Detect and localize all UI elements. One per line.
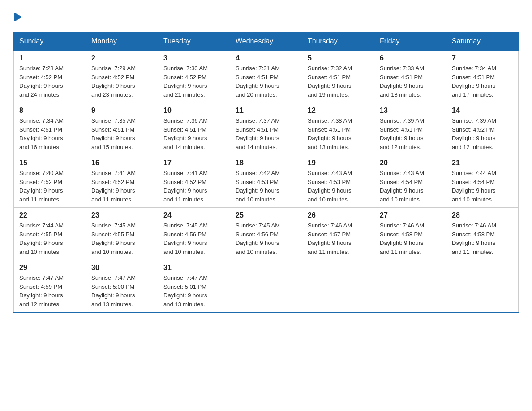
calendar-day-cell: 31Sunrise: 7:47 AMSunset: 5:01 PMDayligh… xyxy=(158,260,230,313)
day-number: 28 xyxy=(452,211,513,219)
calendar-day-cell: 4Sunrise: 7:31 AMSunset: 4:51 PMDaylight… xyxy=(230,50,302,103)
day-number: 7 xyxy=(452,54,513,62)
calendar-day-cell: 15Sunrise: 7:40 AMSunset: 4:52 PMDayligh… xyxy=(14,155,86,208)
day-info: Sunrise: 7:36 AMSunset: 4:51 PMDaylight:… xyxy=(163,116,224,151)
calendar-day-cell: 22Sunrise: 7:44 AMSunset: 4:55 PMDayligh… xyxy=(14,208,86,260)
calendar-day-cell: 9Sunrise: 7:35 AMSunset: 4:51 PMDaylight… xyxy=(86,103,158,155)
calendar-day-cell: 18Sunrise: 7:42 AMSunset: 4:53 PMDayligh… xyxy=(230,155,302,208)
day-number: 19 xyxy=(308,159,369,167)
day-number: 25 xyxy=(236,211,296,219)
logo-arrow-icon xyxy=(14,11,24,23)
day-number: 29 xyxy=(19,264,80,272)
empty-cell xyxy=(374,260,446,313)
calendar-day-cell: 20Sunrise: 7:43 AMSunset: 4:54 PMDayligh… xyxy=(374,155,446,208)
day-info: Sunrise: 7:45 AMSunset: 4:56 PMDaylight:… xyxy=(163,221,224,256)
calendar-day-cell: 2Sunrise: 7:29 AMSunset: 4:52 PMDaylight… xyxy=(86,50,158,103)
day-info: Sunrise: 7:31 AMSunset: 4:51 PMDaylight:… xyxy=(236,64,296,99)
day-info: Sunrise: 7:40 AMSunset: 4:52 PMDaylight:… xyxy=(19,169,80,204)
day-number: 5 xyxy=(308,54,369,62)
day-number: 9 xyxy=(91,107,152,115)
day-number: 8 xyxy=(19,107,80,115)
calendar-day-cell: 14Sunrise: 7:39 AMSunset: 4:52 PMDayligh… xyxy=(446,103,519,155)
day-info: Sunrise: 7:34 AMSunset: 4:51 PMDaylight:… xyxy=(19,116,80,151)
day-number: 17 xyxy=(163,159,224,167)
header-monday: Monday xyxy=(86,33,158,51)
calendar-day-cell: 29Sunrise: 7:47 AMSunset: 4:59 PMDayligh… xyxy=(14,260,86,313)
day-number: 27 xyxy=(380,211,441,219)
calendar-day-cell: 16Sunrise: 7:41 AMSunset: 4:52 PMDayligh… xyxy=(86,155,158,208)
calendar-week-row: 15Sunrise: 7:40 AMSunset: 4:52 PMDayligh… xyxy=(14,155,519,208)
day-number: 4 xyxy=(236,54,296,62)
calendar-day-cell: 23Sunrise: 7:45 AMSunset: 4:55 PMDayligh… xyxy=(86,208,158,260)
calendar-day-cell: 27Sunrise: 7:46 AMSunset: 4:58 PMDayligh… xyxy=(374,208,446,260)
day-info: Sunrise: 7:46 AMSunset: 4:57 PMDaylight:… xyxy=(308,221,369,256)
day-info: Sunrise: 7:45 AMSunset: 4:56 PMDaylight:… xyxy=(236,221,296,256)
day-number: 30 xyxy=(91,264,152,272)
header-thursday: Thursday xyxy=(302,33,374,51)
calendar-day-cell: 30Sunrise: 7:47 AMSunset: 5:00 PMDayligh… xyxy=(86,260,158,313)
logo xyxy=(13,9,24,23)
day-info: Sunrise: 7:43 AMSunset: 4:53 PMDaylight:… xyxy=(308,169,369,204)
calendar-day-cell: 21Sunrise: 7:44 AMSunset: 4:54 PMDayligh… xyxy=(446,155,519,208)
day-info: Sunrise: 7:29 AMSunset: 4:52 PMDaylight:… xyxy=(91,64,152,99)
calendar-week-row: 8Sunrise: 7:34 AMSunset: 4:51 PMDaylight… xyxy=(14,103,519,155)
day-number: 2 xyxy=(91,54,152,62)
day-info: Sunrise: 7:44 AMSunset: 4:55 PMDaylight:… xyxy=(19,221,80,256)
header-wednesday: Wednesday xyxy=(230,33,302,51)
day-info: Sunrise: 7:45 AMSunset: 4:55 PMDaylight:… xyxy=(91,221,152,256)
calendar-day-cell: 6Sunrise: 7:33 AMSunset: 4:51 PMDaylight… xyxy=(374,50,446,103)
calendar-day-cell: 25Sunrise: 7:45 AMSunset: 4:56 PMDayligh… xyxy=(230,208,302,260)
day-info: Sunrise: 7:42 AMSunset: 4:53 PMDaylight:… xyxy=(236,169,296,204)
header-tuesday: Tuesday xyxy=(158,33,230,51)
day-number: 14 xyxy=(452,107,513,115)
day-info: Sunrise: 7:34 AMSunset: 4:51 PMDaylight:… xyxy=(452,64,513,99)
calendar-day-cell: 7Sunrise: 7:34 AMSunset: 4:51 PMDaylight… xyxy=(446,50,519,103)
day-number: 12 xyxy=(308,107,369,115)
calendar-day-cell: 1Sunrise: 7:28 AMSunset: 4:52 PMDaylight… xyxy=(14,50,86,103)
day-number: 31 xyxy=(163,264,224,272)
day-info: Sunrise: 7:47 AMSunset: 4:59 PMDaylight:… xyxy=(19,274,80,308)
day-info: Sunrise: 7:35 AMSunset: 4:51 PMDaylight:… xyxy=(91,116,152,151)
svg-marker-0 xyxy=(14,13,22,21)
day-number: 15 xyxy=(19,159,80,167)
calendar-day-cell: 11Sunrise: 7:37 AMSunset: 4:51 PMDayligh… xyxy=(230,103,302,155)
day-info: Sunrise: 7:30 AMSunset: 4:52 PMDaylight:… xyxy=(163,64,224,99)
header-sunday: Sunday xyxy=(14,33,86,51)
day-number: 26 xyxy=(308,211,369,219)
calendar-day-cell: 10Sunrise: 7:36 AMSunset: 4:51 PMDayligh… xyxy=(158,103,230,155)
day-number: 13 xyxy=(380,107,441,115)
day-info: Sunrise: 7:47 AMSunset: 5:01 PMDaylight:… xyxy=(163,274,224,308)
day-info: Sunrise: 7:39 AMSunset: 4:51 PMDaylight:… xyxy=(380,116,441,151)
calendar-day-cell: 5Sunrise: 7:32 AMSunset: 4:51 PMDaylight… xyxy=(302,50,374,103)
day-number: 20 xyxy=(380,159,441,167)
day-number: 21 xyxy=(452,159,513,167)
calendar-week-row: 29Sunrise: 7:47 AMSunset: 4:59 PMDayligh… xyxy=(14,260,519,313)
day-info: Sunrise: 7:47 AMSunset: 5:00 PMDaylight:… xyxy=(91,274,152,308)
day-info: Sunrise: 7:46 AMSunset: 4:58 PMDaylight:… xyxy=(380,221,441,256)
day-info: Sunrise: 7:41 AMSunset: 4:52 PMDaylight:… xyxy=(91,169,152,204)
day-info: Sunrise: 7:37 AMSunset: 4:51 PMDaylight:… xyxy=(236,116,296,151)
day-number: 6 xyxy=(380,54,441,62)
day-number: 16 xyxy=(91,159,152,167)
calendar-day-cell: 24Sunrise: 7:45 AMSunset: 4:56 PMDayligh… xyxy=(158,208,230,260)
day-info: Sunrise: 7:33 AMSunset: 4:51 PMDaylight:… xyxy=(380,64,441,99)
day-info: Sunrise: 7:46 AMSunset: 4:58 PMDaylight:… xyxy=(452,221,513,256)
empty-cell xyxy=(446,260,519,313)
day-number: 24 xyxy=(163,211,224,219)
header-saturday: Saturday xyxy=(446,33,519,51)
day-number: 18 xyxy=(236,159,296,167)
day-info: Sunrise: 7:39 AMSunset: 4:52 PMDaylight:… xyxy=(452,116,513,151)
day-number: 3 xyxy=(163,54,224,62)
day-number: 11 xyxy=(236,107,296,115)
calendar-day-cell: 19Sunrise: 7:43 AMSunset: 4:53 PMDayligh… xyxy=(302,155,374,208)
day-info: Sunrise: 7:43 AMSunset: 4:54 PMDaylight:… xyxy=(380,169,441,204)
calendar-week-row: 22Sunrise: 7:44 AMSunset: 4:55 PMDayligh… xyxy=(14,208,519,260)
day-number: 1 xyxy=(19,54,80,62)
calendar-day-cell: 17Sunrise: 7:41 AMSunset: 4:52 PMDayligh… xyxy=(158,155,230,208)
calendar-day-cell: 26Sunrise: 7:46 AMSunset: 4:57 PMDayligh… xyxy=(302,208,374,260)
empty-cell xyxy=(302,260,374,313)
calendar-table: SundayMondayTuesdayWednesdayThursdayFrid… xyxy=(13,32,519,313)
day-number: 22 xyxy=(19,211,80,219)
calendar-day-cell: 8Sunrise: 7:34 AMSunset: 4:51 PMDaylight… xyxy=(14,103,86,155)
calendar-day-cell: 28Sunrise: 7:46 AMSunset: 4:58 PMDayligh… xyxy=(446,208,519,260)
